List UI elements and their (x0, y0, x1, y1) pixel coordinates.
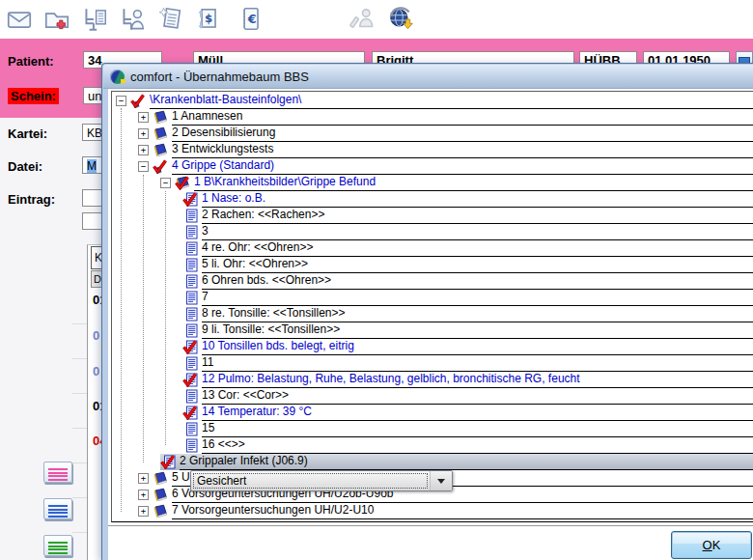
tree-item[interactable]: 10 Tonsillen bds. belegt, eitrig (112, 339, 753, 355)
doc-check-icon (182, 373, 198, 387)
doc-icon (182, 225, 198, 239)
application-window: $€ Patient: Schein: 34 unb Müll Brigitt … (0, 0, 753, 560)
tree-item-label: 3 Entwicklungstests (172, 142, 753, 158)
doc-icon (182, 258, 198, 272)
doc-icon (182, 241, 198, 256)
tree-item[interactable]: 11 (112, 355, 753, 372)
doc-check-icon (182, 406, 198, 420)
tree-item-label: 4 Grippe (Standard) (172, 158, 753, 175)
expand-icon[interactable]: + (138, 490, 149, 500)
doc-icon (182, 291, 198, 305)
toolbar: $€ (0, 0, 753, 39)
kartei-label: Kartei: (8, 126, 47, 141)
tree-item[interactable]: 4 re. Ohr: <<Ohren>> (112, 240, 753, 257)
doc-icon (182, 389, 198, 404)
tree-item-label: 16 <<>> (202, 437, 753, 454)
book-icon (153, 143, 168, 157)
doc-icon (182, 438, 198, 453)
doc-check-icon (160, 455, 176, 469)
tree-item-label: 2 Desensibilisierung (172, 126, 753, 142)
tree-item[interactable]: −1 B\Krankheitsbilder\Grippe Befund (112, 175, 753, 191)
tree-item[interactable]: 8 re. Tonsille: <<Tonsillen>> (112, 306, 753, 322)
tree-item-label: 13 Cor: <<Cor>> (202, 388, 753, 405)
tree-item[interactable]: 15 (112, 421, 753, 437)
patient-label: Patient: (8, 54, 54, 69)
doc-icon (182, 274, 198, 289)
document-wizard-icon[interactable] (155, 5, 184, 34)
tree-item[interactable]: +2 Desensibilisierung (112, 126, 753, 142)
notes-lines-icon (48, 468, 68, 481)
notes-lines-icon (48, 542, 68, 554)
tree-item-label: 15 (202, 421, 753, 437)
tree-item-label: 6 Ohren bds. <<Ohren>> (202, 273, 753, 290)
tree-item-label: 12 Pulmo: Belastung, Ruhe, Belastung, ge… (202, 372, 753, 388)
document-fees-icon[interactable]: $ (193, 5, 222, 34)
expand-icon[interactable]: + (138, 112, 149, 123)
tree-item[interactable]: 13 Cor: <<Cor>> (112, 388, 753, 405)
dialog-title: comfort - Übernahmebaum BBS (130, 70, 309, 84)
book-icon (153, 488, 168, 502)
pink-notes-button[interactable] (43, 462, 72, 483)
tree-item[interactable]: 2 Grippaler Infekt (J06.9) (112, 454, 753, 470)
online-update-icon[interactable] (386, 5, 415, 34)
tree-item-label: 7 Vorsorgeuntersuchungen UH/U2-U10 (172, 503, 753, 519)
doc-icon (182, 209, 198, 223)
expand-icon[interactable]: + (138, 473, 149, 484)
date-cell[interactable]: 0 (93, 328, 99, 343)
tree-item[interactable]: +3 Entwicklungstests (112, 142, 753, 158)
ok-button[interactable]: OK (671, 531, 752, 559)
doc-icon (182, 323, 198, 338)
book-icon (153, 126, 168, 141)
date-cell[interactable]: 0 (93, 364, 99, 378)
euro-catalog-icon[interactable]: € (236, 5, 265, 34)
tree-item-label: \Krankenblatt-Bausteinfolgen\ (150, 93, 753, 109)
collapse-icon[interactable]: − (160, 178, 171, 188)
waiting-patient-icon[interactable] (118, 5, 147, 34)
tree-item-label: 5 li. Ohr: <<Ohren>> (202, 257, 753, 273)
collapse-icon[interactable]: − (116, 96, 126, 106)
collapse-icon[interactable]: − (138, 161, 149, 172)
tree-item-label: 11 (202, 355, 753, 372)
expand-icon[interactable]: + (138, 145, 149, 155)
check-icon (130, 94, 146, 108)
combobox-dropdown-button[interactable] (430, 471, 452, 490)
tree-item[interactable]: −4 Grippe (Standard) (112, 158, 753, 175)
dialog-titlebar[interactable]: comfort - Übernahmebaum BBS (103, 65, 753, 89)
tree-item-label: 9 li. Tonsille: <<Tonsillen>> (202, 322, 753, 339)
tree-item[interactable]: 2 Rachen: <<Rachen>> (112, 208, 753, 224)
tree-item-label: 1 Nase: o.B. (202, 191, 753, 208)
tree-item[interactable]: 7 (112, 290, 753, 306)
footer-separator (108, 525, 753, 528)
dialog-client-area: −\Krankenblatt-Bausteinfolgen\+1 Anamnes… (108, 89, 753, 560)
tree-item[interactable]: 1 Nase: o.B. (112, 191, 753, 208)
tree-item[interactable]: −\Krankenblatt-Bausteinfolgen\ (112, 93, 753, 109)
book-icon (153, 471, 168, 486)
waiting-list-icon[interactable] (80, 5, 109, 34)
tree-item[interactable]: 3 (112, 224, 753, 240)
tree-item[interactable]: +1 Anamnesen (112, 109, 753, 126)
tree-item[interactable]: 5 li. Ohr: <<Ohren>> (112, 257, 753, 273)
tree-item[interactable]: +7 Vorsorgeuntersuchungen UH/U2-U10 (112, 503, 753, 519)
tree-view: −\Krankenblatt-Bausteinfolgen\+1 Anamnes… (111, 91, 753, 522)
tree-item[interactable]: 9 li. Tonsille: <<Tonsillen>> (112, 322, 753, 339)
doc-check-icon (182, 192, 198, 207)
expand-icon[interactable]: + (138, 128, 149, 139)
doc-check-icon (182, 340, 198, 354)
svg-text:$: $ (205, 12, 212, 25)
green-notes-button[interactable] (43, 535, 72, 556)
status-combobox[interactable]: Gesichert (190, 470, 453, 491)
mail-icon[interactable] (5, 5, 34, 34)
tree-item-label: 1 B\Krankheitsbilder\Grippe Befund (194, 175, 753, 191)
book-icon (153, 504, 168, 518)
tree-item[interactable]: 12 Pulmo: Belastung, Ruhe, Belastung, ge… (112, 372, 753, 388)
datei-selected-text: M (87, 159, 97, 173)
doc-icon (182, 422, 198, 436)
tree-item-label: 1 Anamnesen (172, 109, 753, 126)
expand-icon[interactable]: + (138, 506, 149, 517)
blue-notes-button[interactable] (43, 498, 72, 519)
tree-item[interactable]: 16 <<>> (112, 437, 753, 454)
status-combobox-value: Gesichert (193, 473, 428, 489)
tree-item[interactable]: 14 Temperatur: 39 °C (112, 405, 753, 421)
tree-item[interactable]: 6 Ohren bds. <<Ohren>> (112, 273, 753, 290)
patient-folder-add-icon[interactable] (42, 5, 71, 34)
